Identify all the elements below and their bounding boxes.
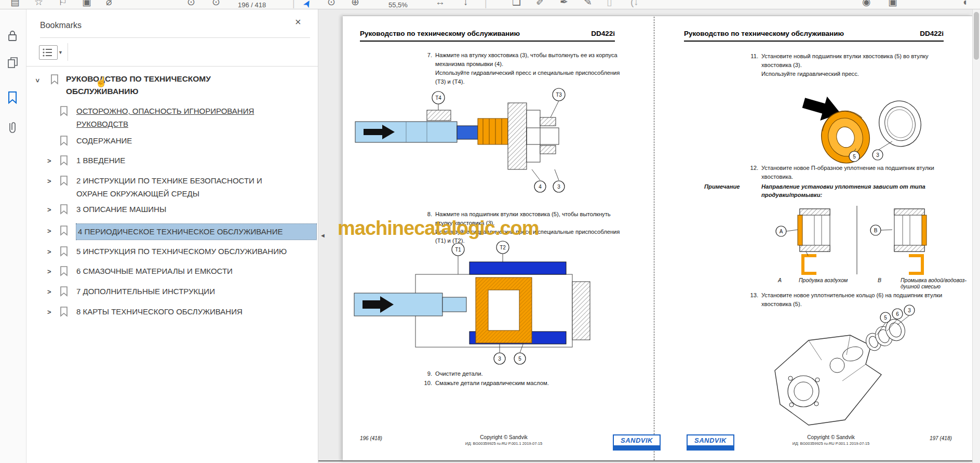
step-10: 10. Смажьте детали гидравлическим маслом… [435,379,549,388]
close-panel-icon[interactable]: × [295,16,301,28]
step-11: 11. Установите новый подшипник втулки хв… [761,52,929,78]
lock-icon[interactable] [7,30,18,44]
svg-text:B: B [874,228,878,233]
bookmark-icon [60,136,68,150]
watermark-text: machinecatalogic.com [338,217,539,240]
comment-icon[interactable]: ❑ [512,0,521,8]
chevron-right-icon[interactable]: > [47,224,51,237]
left-diagram-press-tools-1: Т4 Т3 4 3 [349,87,640,199]
page-down-icon[interactable]: ⊙ [212,0,220,8]
note-label: Примечание [704,182,740,191]
chevron-right-icon[interactable]: > [47,285,51,298]
caption-a: AПродувка воздухом [778,277,848,283]
panel-divider [40,37,310,38]
bookmark-icon [60,307,68,321]
share-icon[interactable]: ◉ [862,0,871,8]
options-caret-icon[interactable]: ▼ [58,50,63,55]
bookmark-item-ch7[interactable]: > 7 ДОПОЛНИТЕЛЬНЫЕ ИНСТРУКЦИИ [76,285,284,298]
left-diagram-press-tools-2: Т1 Т2 3 5 [349,240,640,366]
scrollbar-thumb[interactable] [974,12,979,60]
left-icon-rail [0,9,26,463]
bookmark-item-ch2[interactable]: > 2 ИНСТРУКЦИИ ПО ТЕХНИКЕ БЕЗОПАСНОСТИ И… [76,174,289,200]
left-page-copyright: Copyright © Sandvik ИД: BG00359925 ru-RU… [436,434,571,446]
bookmark-item-ch1[interactable]: > 1 ВВЕДЕНИЕ [76,154,284,167]
svg-text:Т1: Т1 [455,247,461,253]
select-tool-icon[interactable]: ➤ [300,0,314,9]
svg-text:5: 5 [853,154,856,160]
chevron-right-icon[interactable]: > [47,154,51,167]
zoom-in-icon[interactable]: ⊕ [351,0,359,8]
bookmark-item-ch8[interactable]: > 8 КАРТЫ ТЕХНИЧЕСКОГО ОБСЛУЖИВАНИЯ [76,305,284,318]
chevron-right-icon[interactable]: > [47,265,51,278]
svg-text:5: 5 [884,315,887,321]
left-page-header-title: Руководство по техническому обслуживанию [360,30,520,37]
fit-width-icon[interactable]: ↔ [435,0,445,8]
image-icon[interactable]: ▣ [888,0,897,8]
step-12: 12. Установите новое П-образное уплотнен… [761,164,934,181]
bookmark-icon [60,246,68,260]
hand-cursor-icon: ☝ [95,76,108,88]
bookmark-icon [60,204,68,218]
attachments-icon[interactable] [7,121,18,137]
selected-bookmark-label: 4 ПЕРИОДИЧЕСКОЕ ТЕХНИЧЕСКОЕ ОБСЛУЖИВАНИЕ [76,224,316,240]
bookmark-item-contents[interactable]: СОДЕРЖАНИЕ [76,134,284,147]
right-page-copyright: Copyright © Sandvik ИД: BG00359925 ru-RU… [763,434,898,446]
chevron-right-icon[interactable]: > [47,203,51,216]
right-page-number: 197 (418) [930,435,952,441]
chevron-right-icon[interactable]: > [47,245,51,258]
bookmark-icon [60,176,68,190]
bookmarks-panel: Bookmarks × ▼ > РУКОВОДСТВО ПО ТЕХНИЧЕСК… [26,9,318,463]
chevron-down-icon[interactable]: > [31,78,44,83]
bookmark-item-ch3[interactable]: > 3 ОПИСАНИЕ МАШИНЫ [76,203,284,216]
bookmark-item-ch5[interactable]: > 5 ИНСТРУКЦИЯ ПО ТЕХНИЧЕСКОМУ ОБСЛУЖИВА… [76,245,289,258]
chevron-right-icon[interactable]: > [47,175,51,188]
star-icon[interactable]: ☆ [34,0,43,8]
pages-icon[interactable] [7,57,18,71]
top-toolbar: ▤ ☆ ⚐ ▣ ⌀ ⊙ ⊙ 196 / 418 │ ➤ ⊙ ⊕ 55,5% ↔ … [0,0,980,9]
svg-text:3: 3 [498,356,501,362]
search-icon[interactable]: ⌀ [106,0,112,8]
panel-title: Bookmarks [40,21,82,30]
vertical-scrollbar[interactable] [972,9,980,463]
svg-text:6: 6 [896,311,899,317]
more-tools-icon[interactable]: (↓ [630,0,639,8]
bookmark-options-button[interactable] [39,45,58,60]
stamp-icon[interactable]: ▣ [82,0,91,8]
bookmark-icon [60,266,68,280]
sandvik-logo: SANDVIK [687,434,734,452]
sign-icon[interactable]: ✒ [560,0,568,8]
bookmark-icon [60,226,68,240]
right-page-header-model: DD422i [900,30,944,37]
zoom-out-icon[interactable]: ⊙ [327,0,335,8]
edit-icon[interactable]: ✎ [584,0,592,8]
left-page-number: 196 (418) [360,435,382,441]
bookmark-item-ch6[interactable]: > 6 СМАЗОЧНЫЕ МАТЕРИАЛЫ И ЕМКОСТИ [76,264,284,277]
caption-b: BПромывка водой/водовоз- душной смесью [878,277,966,289]
sandvik-logo-bar [687,445,734,451]
page-up-icon[interactable]: ⊙ [187,0,195,8]
options-separator [68,43,68,61]
left-header-rule [360,41,615,42]
bookmark-item-warning[interactable]: ОСТОРОЖНО, ОПАСНОСТЬ ИГНОРИРОВАНИЯ РУКОВ… [76,104,284,130]
bookmark-icon [60,106,68,120]
page-panes-icon[interactable]: ▤ [10,0,20,8]
note-text: Направление установки уплотнения зависит… [761,182,925,199]
page-number-field[interactable]: 196 / 418 [235,1,269,9]
svg-text:3: 3 [908,308,911,313]
flag-icon[interactable]: ⚐ [58,0,67,8]
bookmark-icon [50,74,59,88]
bookmarks-panel-icon[interactable] [7,91,18,107]
bookmark-item-ch4-selected[interactable]: > 4 ПЕРИОДИЧЕСКОЕ ТЕХНИЧЕСКОЕ ОБСЛУЖИВАН… [76,224,316,240]
partial-icon[interactable]: ◖ [962,0,968,8]
highlight-icon[interactable]: ✐ [536,0,544,8]
scroll-mode-icon[interactable]: ↓ [463,0,468,8]
pdf-viewer-window: ▤ ☆ ⚐ ▣ ⌀ ⊙ ⊙ 196 / 418 │ ➤ ⊙ ⊕ 55,5% ↔ … [0,0,980,463]
chevron-right-icon[interactable]: > [47,306,51,319]
svg-text:3: 3 [876,152,879,158]
toolbar-separator: │ [483,0,489,8]
delete-icon[interactable]: ▯ [607,0,612,8]
bookmark-icon [60,155,68,169]
zoom-level-field[interactable]: 55,5% [385,1,411,9]
collapse-panel-arrow-icon[interactable]: ◄ [320,232,326,239]
bookmark-item-root[interactable]: > РУКОВОДСТВО ПО ТЕХНИЧЕСКОМУ ОБСЛУЖИВАН… [66,73,237,98]
